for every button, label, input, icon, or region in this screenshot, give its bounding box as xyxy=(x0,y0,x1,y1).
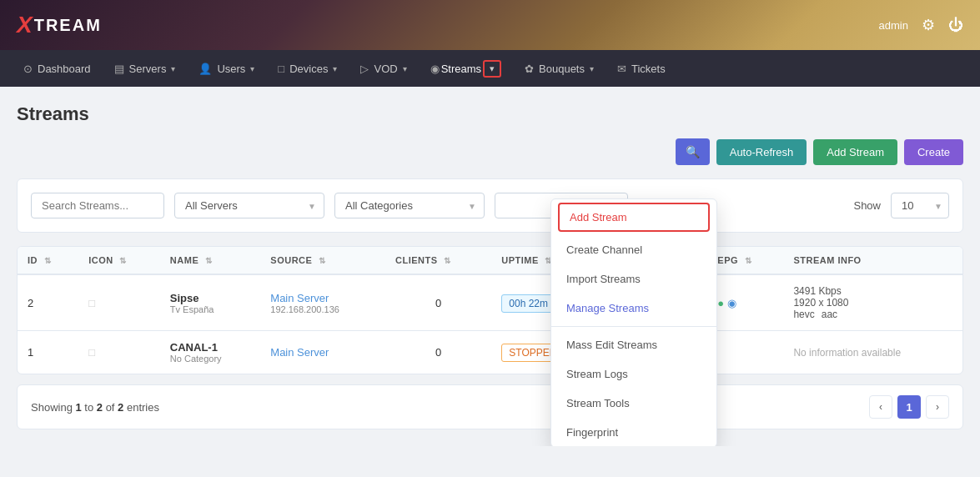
col-icon: ICON ⇅ xyxy=(78,247,160,274)
table-row: 1 □ CANAL-1 No Category Main Server 0 ST… xyxy=(18,331,962,374)
cell-stream-info: 3491 Kbps 1920 x 1080 hevc aac xyxy=(783,274,962,331)
nav-label-dashboard: Dashboard xyxy=(38,63,91,75)
nav-item-streams[interactable]: ◉ Streams ▾ xyxy=(420,55,511,83)
epg-status-icon: ● xyxy=(717,297,724,309)
devices-icon: □ xyxy=(278,63,284,75)
nav-label-vod: VOD xyxy=(374,63,397,75)
admin-label: admin xyxy=(879,19,908,32)
dropdown-item-fingerprint[interactable]: Fingerprint xyxy=(551,418,716,446)
cell-clients: 0 xyxy=(385,274,491,331)
header-right: admin ⚙ ⏻ xyxy=(879,16,963,34)
create-button[interactable]: Create xyxy=(904,139,963,165)
page-1-button[interactable]: 1 xyxy=(897,395,921,419)
dropdown-item-mass-edit[interactable]: Mass Edit Streams xyxy=(551,330,716,359)
toolbar: 🔍 Auto-Refresh Add Stream Create xyxy=(17,138,963,165)
users-chevron-icon: ▾ xyxy=(250,64,254,73)
stream-audio: aac xyxy=(822,309,837,320)
tickets-icon: ✉ xyxy=(617,63,626,75)
servers-chevron-icon: ▾ xyxy=(171,64,175,73)
cell-epg xyxy=(707,331,783,374)
add-stream-button[interactable]: Add Stream xyxy=(813,139,897,165)
nav-label-streams: Streams xyxy=(441,63,481,75)
col-clients: CLIENTS ⇅ xyxy=(385,247,491,274)
cell-stream-info: No information available xyxy=(783,331,962,374)
vod-chevron-icon: ▾ xyxy=(403,64,407,73)
prev-page-button[interactable]: ‹ xyxy=(869,395,892,419)
search-button[interactable]: 🔍 xyxy=(676,138,710,165)
nav-label-devices: Devices xyxy=(289,63,328,75)
main-nav: ⊙ Dashboard ▤ Servers ▾ 👤 Users ▾ □ Devi… xyxy=(0,50,980,87)
filter-bar: All Servers All Categories Show 10 25 50 xyxy=(17,178,963,233)
source-server[interactable]: Main Server xyxy=(270,292,375,304)
epg-audio-icon: ◉ xyxy=(727,297,736,309)
dropdown-item-add-stream[interactable]: Add Stream xyxy=(558,203,710,232)
show-select-wrapper: 10 25 50 xyxy=(891,193,949,218)
power-icon[interactable]: ⏻ xyxy=(948,17,963,34)
source-server[interactable]: Main Server xyxy=(270,346,375,359)
cell-icon: □ xyxy=(78,274,160,331)
cell-source: Main Server xyxy=(260,331,385,374)
table-header-row: ID ⇅ ICON ⇅ NAME ⇅ SOURCE ⇅ CLIENTS ⇅ UP… xyxy=(18,247,962,274)
nav-item-bouquets[interactable]: ✿ Bouquets ▾ xyxy=(515,58,604,80)
nav-item-devices[interactable]: □ Devices ▾ xyxy=(268,58,347,80)
pagination-bar: Showing 1 to 2 of 2 entries ‹ 1 › xyxy=(17,384,963,429)
stream-category: No Category xyxy=(170,354,250,364)
source-ip: 192.168.200.136 xyxy=(270,304,375,314)
dropdown-item-import-streams[interactable]: Import Streams xyxy=(551,264,716,294)
settings-icon[interactable]: ⚙ xyxy=(922,16,935,34)
bouquets-chevron-icon: ▾ xyxy=(590,64,594,73)
servers-icon: ▤ xyxy=(114,63,124,75)
stream-name: Sipse xyxy=(170,292,250,304)
col-epg: EPG ⇅ xyxy=(707,247,783,274)
pagination: ‹ 1 › xyxy=(869,395,949,419)
dropdown-item-create-channel[interactable]: Create Channel xyxy=(551,235,716,264)
stream-name: CANAL-1 xyxy=(170,341,250,354)
nav-label-servers: Servers xyxy=(129,63,167,75)
streams-dropdown-toggle[interactable]: ▾ xyxy=(483,60,501,78)
dropdown-item-stream-logs[interactable]: Stream Logs xyxy=(551,359,716,389)
servers-filter[interactable]: All Servers xyxy=(174,193,324,218)
cell-icon: □ xyxy=(78,331,160,374)
cell-epg: ● ◉ xyxy=(707,274,783,331)
showing-text: Showing 1 to 2 of 2 entries xyxy=(31,401,159,414)
dropdown-item-manage-streams[interactable]: Manage Streams xyxy=(551,294,716,323)
cell-clients: 0 xyxy=(385,331,491,374)
stream-kbps: 3491 Kbps xyxy=(793,285,952,297)
dashboard-icon: ⊙ xyxy=(23,63,33,75)
stream-category: Tv España xyxy=(170,304,250,314)
no-info-text: No information available xyxy=(793,347,901,359)
nav-label-tickets: Tickets xyxy=(631,63,666,75)
auto-refresh-button[interactable]: Auto-Refresh xyxy=(716,139,807,165)
search-input[interactable] xyxy=(31,193,164,218)
nav-item-dashboard[interactable]: ⊙ Dashboard xyxy=(13,58,101,80)
servers-filter-wrapper: All Servers xyxy=(174,193,324,218)
col-name: NAME ⇅ xyxy=(160,247,260,274)
categories-filter-wrapper: All Categories xyxy=(334,193,485,218)
dropdown-divider xyxy=(551,326,716,327)
nav-label-bouquets: Bouquets xyxy=(539,63,585,75)
categories-filter[interactable]: All Categories xyxy=(334,193,485,218)
bouquets-icon: ✿ xyxy=(525,63,534,75)
table-row: 2 □ Sipse Tv España Main Server 192.168.… xyxy=(18,274,962,331)
cell-name: CANAL-1 No Category xyxy=(160,331,260,374)
nav-item-tickets[interactable]: ✉ Tickets xyxy=(607,58,676,80)
next-page-button[interactable]: › xyxy=(926,395,949,419)
nav-item-vod[interactable]: ▷ VOD ▾ xyxy=(350,58,416,80)
cell-id: 2 xyxy=(18,274,78,331)
users-icon: 👤 xyxy=(199,63,212,75)
nav-label-users: Users xyxy=(217,63,245,75)
streams-table: ID ⇅ ICON ⇅ NAME ⇅ SOURCE ⇅ CLIENTS ⇅ UP… xyxy=(18,247,962,374)
nav-item-servers[interactable]: ▤ Servers ▾ xyxy=(104,58,186,80)
main-content: Streams 🔍 Auto-Refresh Add Stream Create… xyxy=(0,87,980,446)
streams-table-container: ID ⇅ ICON ⇅ NAME ⇅ SOURCE ⇅ CLIENTS ⇅ UP… xyxy=(17,246,963,374)
logo-x-icon: X xyxy=(17,12,33,38)
col-stream-info: STREAM INFO xyxy=(783,247,962,274)
col-id: ID ⇅ xyxy=(18,247,78,274)
nav-item-users[interactable]: 👤 Users ▾ xyxy=(188,58,264,80)
stream-resolution: 1920 x 1080 xyxy=(793,297,952,309)
logo-text: TREAM xyxy=(34,16,102,35)
cell-source: Main Server 192.168.200.136 xyxy=(260,274,385,331)
dropdown-item-stream-tools[interactable]: Stream Tools xyxy=(551,389,716,418)
show-select[interactable]: 10 25 50 xyxy=(891,193,949,218)
header: X TREAM admin ⚙ ⏻ xyxy=(0,0,980,50)
